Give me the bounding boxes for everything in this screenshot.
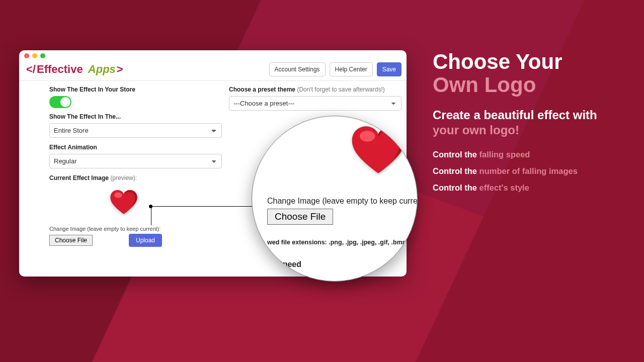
effect-animation-select[interactable]: Regular — [49, 154, 222, 168]
settings-left-column: Show The Effect In Your Store Show The E… — [24, 85, 222, 247]
preset-theme-label: Choose a preset theme (Don't forget to s… — [229, 86, 401, 93]
promo-bullets: Control the falling speed Control the nu… — [433, 150, 624, 193]
choose-file-input[interactable]: Choose File — [49, 235, 125, 246]
callout-line — [151, 206, 262, 207]
preset-theme-select[interactable]: ---Choose a preset--- — [229, 96, 401, 111]
window-titlebar — [19, 50, 407, 61]
promo-subheading: Create a beautiful effect with your own … — [433, 108, 624, 138]
mag-allowed-extensions: wed file extensions: .png, .jpg, .jpeg, … — [267, 239, 402, 246]
window-close-icon[interactable] — [24, 53, 29, 58]
account-settings-button[interactable]: Account Settings — [269, 62, 326, 76]
save-button[interactable]: Save — [377, 62, 401, 76]
show-effect-toggle[interactable] — [49, 96, 71, 108]
show-effect-store-label: Show The Effect In Your Store — [49, 86, 222, 93]
promo-bullet: Control the effect's style — [433, 183, 624, 193]
window-minimize-icon[interactable] — [32, 53, 37, 58]
upload-button[interactable]: Upload — [129, 234, 162, 247]
callout-line — [151, 206, 151, 225]
mag-choose-file-button[interactable]: Choose File — [267, 209, 333, 225]
help-center-button[interactable]: Help Center — [330, 62, 373, 76]
effect-animation-label: Effect Animation — [49, 144, 222, 151]
promo-bullet: Control the falling speed — [433, 150, 624, 159]
code-bracket-icon: > — [117, 63, 123, 76]
code-bracket-icon: </ — [26, 63, 36, 76]
current-image-preview — [49, 185, 222, 222]
magnifier-callout: Change Image (leave empty to keep curren… — [252, 116, 418, 282]
current-image-label: Current Effect Image (preview): — [49, 174, 222, 182]
promo-heading: Choose Your Own Logo — [433, 50, 624, 97]
show-effect-in-select[interactable]: Entire Store — [49, 123, 222, 138]
heart-icon — [110, 190, 138, 215]
brand-name-right: Apps — [88, 63, 116, 76]
mag-change-image-label: Change Image (leave empty to keep curren… — [267, 197, 402, 206]
promo-bullet: Control the number of falling images — [433, 166, 624, 176]
toggle-knob-icon — [60, 97, 70, 107]
choose-file-button[interactable]: Choose File — [49, 235, 93, 246]
promo-panel: Choose Your Own Logo Create a beautiful … — [433, 50, 624, 200]
change-image-label: Change Image (leave empty to keep curren… — [49, 226, 222, 232]
window-zoom-icon[interactable] — [40, 53, 45, 58]
brand-logo: </ Effective Apps > — [26, 63, 123, 76]
brand-name-left: Effective — [37, 63, 83, 76]
app-header: </ Effective Apps > Account Settings Hel… — [19, 61, 407, 81]
show-effect-in-label: Show The Effect In The... — [49, 113, 222, 120]
